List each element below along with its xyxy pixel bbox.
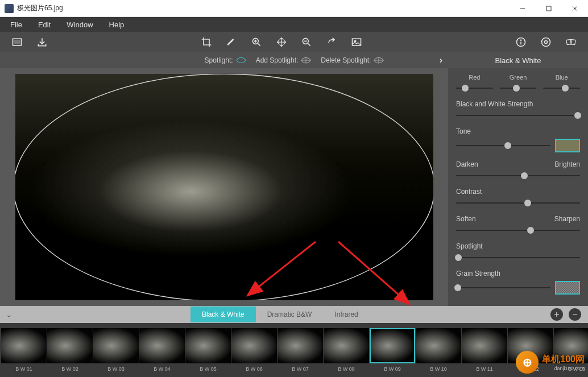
green-label: Green	[500, 74, 537, 81]
grain-swatch[interactable]	[555, 281, 580, 295]
tone-label: Tone	[456, 127, 471, 135]
soften-sharpen-slider[interactable]	[456, 226, 580, 234]
blue-slider[interactable]	[543, 84, 580, 92]
spotlight-label: Spotlight	[456, 242, 483, 250]
preset-thumb-6[interactable]: B W 06	[231, 328, 277, 372]
delete-spotlight-option[interactable]: Delete Spotlight:	[321, 56, 383, 64]
watermark-logo-icon: ⊕	[516, 351, 539, 374]
menu-file[interactable]: File	[2, 18, 30, 31]
sharpen-label: Sharpen	[554, 215, 580, 223]
grain-label: Grain Strength	[456, 270, 500, 277]
svg-rect-21	[570, 39, 576, 45]
menu-edit[interactable]: Edit	[30, 18, 59, 31]
preset-thumb-10[interactable]: B W 10	[416, 328, 461, 372]
preset-thumb-11[interactable]: B W 11	[462, 328, 507, 372]
open-file-button[interactable]	[5, 32, 30, 52]
add-preset-button[interactable]: +	[550, 308, 563, 321]
preset-thumb-7[interactable]: B W 07	[278, 328, 323, 372]
soften-label: Soften	[456, 215, 476, 223]
options-bar: Spotlight: Add Spotlight: Delete Spotlig…	[0, 52, 588, 68]
menu-window[interactable]: Window	[59, 18, 101, 31]
compare-button[interactable]	[344, 32, 369, 52]
tone-slider[interactable]	[456, 142, 550, 150]
toolbar	[0, 32, 588, 52]
brighten-label: Brighten	[554, 160, 580, 168]
darken-label: Darken	[456, 160, 478, 168]
preset-thumb-9[interactable]: B W 09	[370, 328, 415, 372]
zoom-out-button[interactable]	[294, 32, 319, 52]
window-close-button[interactable]	[562, 0, 588, 17]
svg-line-7	[258, 44, 260, 46]
brush-button[interactable]	[219, 32, 244, 52]
preset-filmstrip[interactable]: B W 01B W 02B W 03B W 04B W 05B W 06B W …	[0, 323, 588, 377]
crop-button[interactable]	[194, 32, 219, 52]
red-slider[interactable]	[456, 84, 493, 92]
app-icon	[5, 4, 14, 13]
add-spotlight-option[interactable]: Add Spotlight:	[256, 56, 311, 64]
preset-tabs-bar: ⌄ Black & White Dramatic B&W Infrared + …	[0, 306, 588, 323]
preset-thumb-3[interactable]: B W 03	[93, 328, 139, 372]
info-button[interactable]	[508, 32, 533, 52]
menu-help[interactable]: Help	[101, 18, 132, 31]
preset-thumb-5[interactable]: B W 05	[185, 328, 231, 372]
svg-line-11	[308, 44, 310, 46]
canvas-area[interactable]	[0, 68, 448, 306]
green-slider[interactable]	[500, 84, 537, 92]
window-titlebar: 极光图片65.jpg	[0, 0, 588, 17]
tab-dramatic-bw[interactable]: Dramatic B&W	[256, 306, 324, 322]
preset-thumb-4[interactable]: B W 04	[139, 328, 185, 372]
tab-infrared[interactable]: Infrared	[323, 306, 369, 322]
tabs-collapse-icon[interactable]: ⌄	[6, 310, 13, 319]
redo-button[interactable]	[319, 32, 344, 52]
collapse-panel-icon[interactable]: ›	[440, 55, 442, 65]
pan-button[interactable]	[269, 32, 294, 52]
site-watermark: ⊕ 单机100网 danji100.com	[516, 351, 585, 374]
spotlight-option[interactable]: Spotlight:	[205, 56, 246, 64]
contrast-label: Contrast	[456, 188, 482, 196]
svg-point-18	[542, 38, 550, 47]
contrast-slider[interactable]	[456, 199, 580, 207]
svg-point-19	[545, 41, 548, 44]
svg-rect-1	[546, 6, 551, 11]
tab-black-white[interactable]: Black & White	[191, 306, 256, 322]
grain-slider[interactable]	[456, 284, 550, 292]
spotlight-slider[interactable]	[456, 254, 580, 262]
tone-swatch[interactable]	[555, 139, 580, 152]
adjustments-panel: Red Green Blue Black and White Strength …	[448, 68, 588, 306]
window-title: 极光图片65.jpg	[17, 3, 510, 13]
darken-brighten-slider[interactable]	[456, 172, 580, 180]
remove-preset-button[interactable]: −	[569, 308, 581, 321]
bw-strength-label: Black and White Strength	[456, 100, 533, 108]
dice-button[interactable]	[558, 32, 583, 52]
blue-label: Blue	[543, 74, 580, 81]
watermark-url: danji100.com	[542, 366, 585, 371]
side-panel-title: Black & White	[448, 52, 588, 68]
window-maximize-button[interactable]	[536, 0, 562, 17]
bw-strength-slider[interactable]	[456, 111, 580, 119]
window-minimize-button[interactable]	[510, 0, 536, 17]
watermark-brand: 单机100网	[542, 354, 585, 366]
preset-thumb-8[interactable]: B W 08	[324, 328, 369, 372]
red-label: Red	[456, 74, 493, 81]
menu-bar: File Edit Window Help	[0, 17, 588, 32]
preset-thumb-1[interactable]: B W 01	[1, 328, 47, 372]
preset-thumb-2[interactable]: B W 02	[47, 328, 93, 372]
settings-button[interactable]	[533, 32, 558, 52]
zoom-in-button[interactable]	[244, 32, 269, 52]
save-button[interactable]	[30, 32, 55, 52]
svg-rect-5	[14, 40, 20, 44]
image-canvas[interactable]	[15, 74, 433, 300]
svg-point-16	[520, 40, 521, 41]
